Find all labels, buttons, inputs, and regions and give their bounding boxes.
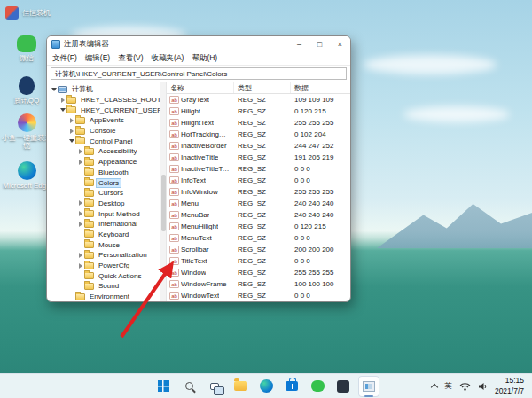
column-name[interactable]: 名称 <box>167 82 234 93</box>
chevron-down-icon[interactable] <box>59 108 66 112</box>
close-button[interactable]: × <box>330 36 350 52</box>
menu-item-3[interactable]: 收藏夹(A) <box>152 53 184 64</box>
table-row[interactable]: HilightTextREG_SZ255 255 255 <box>167 117 350 129</box>
table-row[interactable]: WindowTextREG_SZ0 0 0 <box>167 290 350 301</box>
menu-item-0[interactable]: 文件(F) <box>52 53 77 64</box>
menu-item-4[interactable]: 帮助(H) <box>192 53 217 64</box>
table-row[interactable]: InfoWindowREG_SZ255 255 255 <box>167 186 350 198</box>
wechat-button[interactable] <box>307 376 328 397</box>
clock[interactable]: 15:15 2021/7/7 <box>495 376 524 395</box>
desktop-icon-2[interactable]: 腾讯QQ <box>4 76 50 105</box>
table-row[interactable]: HotTrackingCo...REG_SZ0 102 204 <box>167 129 350 140</box>
file-explorer-button[interactable] <box>230 376 251 397</box>
table-row[interactable]: InfoTextREG_SZ0 0 0 <box>167 175 350 186</box>
value-data: 240 240 240 <box>291 211 350 219</box>
input-language-indicator[interactable]: 英 <box>444 381 452 392</box>
chevron-right-icon[interactable] <box>76 253 84 258</box>
table-row[interactable]: InactiveBorderREG_SZ244 247 252 <box>167 140 350 152</box>
chevron-right-icon[interactable] <box>67 118 75 123</box>
tree-item[interactable]: Mouse <box>47 239 160 250</box>
folder-icon <box>84 190 94 197</box>
table-row[interactable]: WindowFrameREG_SZ100 100 100 <box>167 278 350 290</box>
table-row[interactable]: HilightREG_SZ0 120 215 <box>167 105 350 117</box>
tree-item[interactable]: Desktop <box>47 199 160 209</box>
table-row[interactable]: ScrollbarREG_SZ200 200 200 <box>167 244 350 255</box>
chevron-right-icon[interactable] <box>67 129 75 134</box>
tree-item[interactable]: HKEY_CURRENT_USER <box>47 105 160 115</box>
maximize-button[interactable]: □ <box>309 36 330 52</box>
tree-scrollbar[interactable] <box>160 82 167 301</box>
value-data: 109 109 109 <box>291 96 350 104</box>
search-icon <box>185 382 193 390</box>
address-input[interactable]: 计算机\HKEY_CURRENT_USER\Control Panel\Colo… <box>51 67 347 80</box>
value-list: GrayTextREG_SZ109 109 109HilightREG_SZ0 … <box>167 94 350 301</box>
table-row[interactable]: MenuBarREG_SZ240 240 240 <box>167 209 350 221</box>
chevron-down-icon[interactable] <box>50 88 58 91</box>
chevron-right-icon[interactable] <box>76 149 84 154</box>
table-row[interactable]: InactiveTitleREG_SZ191 205 219 <box>167 152 350 163</box>
menu-item-2[interactable]: 查看(V) <box>118 53 143 64</box>
chevron-right-icon[interactable] <box>76 200 84 206</box>
desktop-icon-1[interactable]: 微信 <box>4 35 50 62</box>
tree-item[interactable]: Environment <box>47 292 160 301</box>
table-row[interactable]: GrayTextREG_SZ109 109 109 <box>167 94 350 105</box>
chevron-right-icon[interactable] <box>76 263 84 269</box>
volume-icon[interactable] <box>478 382 488 391</box>
tree-item[interactable]: AppEvents <box>47 115 160 126</box>
title-bar[interactable]: 注册表编辑器 – □ × <box>47 36 350 52</box>
tree-item[interactable]: HKEY_CLASSES_ROOT <box>47 95 160 105</box>
tree-item[interactable]: Bluetooth <box>47 168 160 178</box>
wifi-icon[interactable] <box>459 382 471 391</box>
value-name-cell: MenuHilight <box>167 222 234 230</box>
tree-item[interactable]: PowerCfg <box>47 261 160 271</box>
value-name: Hilight <box>181 107 200 115</box>
tray-overflow-chevron-icon[interactable] <box>431 383 438 390</box>
table-row[interactable]: WindowREG_SZ255 255 255 <box>167 267 350 278</box>
string-value-icon <box>169 107 179 115</box>
store-button[interactable] <box>281 376 302 397</box>
search-button[interactable] <box>178 376 200 397</box>
table-row[interactable]: MenuHilightREG_SZ0 120 215 <box>167 221 350 232</box>
tree-item[interactable]: Cursors <box>47 188 160 199</box>
tree-item[interactable]: Input Method <box>47 208 160 219</box>
tree-item[interactable]: Keyboard <box>47 230 160 240</box>
tree-item[interactable]: Colors <box>47 177 160 188</box>
tree-item[interactable]: Sound <box>47 281 160 292</box>
chevron-down-icon[interactable] <box>67 139 75 143</box>
folder-icon <box>75 128 85 135</box>
table-row[interactable]: TitleTextREG_SZ0 0 0 <box>167 255 350 267</box>
table-row[interactable]: InactiveTitleTextREG_SZ0 0 0 <box>167 163 350 175</box>
tray-time: 15:15 <box>495 376 524 386</box>
chevron-right-icon[interactable] <box>59 98 66 103</box>
desktop-icon-4[interactable]: Microsoft Edge <box>2 161 51 190</box>
registry-editor-button[interactable] <box>358 376 379 397</box>
tree-item[interactable]: International <box>47 219 160 230</box>
value-name: InfoWindow <box>181 188 218 196</box>
value-name-cell: GrayText <box>167 96 234 104</box>
chevron-right-icon[interactable] <box>76 222 84 227</box>
tree-item[interactable]: Appearance <box>47 157 160 168</box>
menu-item-1[interactable]: 编辑(E) <box>85 53 110 64</box>
desktop-icon-3[interactable]: 小鱼一键重装系统 <box>1 113 52 150</box>
tree-item[interactable]: 计算机 <box>47 84 160 95</box>
table-row[interactable]: MenuTextREG_SZ0 0 0 <box>167 232 350 244</box>
tree-item[interactable]: Accessibility <box>47 146 160 157</box>
edge-icon <box>260 379 273 393</box>
task-view-button[interactable] <box>204 376 225 397</box>
table-row[interactable]: MenuREG_SZ240 240 240 <box>167 198 350 209</box>
tree-item[interactable]: Personalization <box>47 250 160 261</box>
column-data[interactable]: 数据 <box>291 82 350 93</box>
tree-item[interactable]: Quick Actions <box>47 270 160 281</box>
app-button[interactable] <box>332 376 354 397</box>
edge-button[interactable] <box>255 376 277 397</box>
chevron-right-icon[interactable] <box>76 211 84 216</box>
tree-item-label: Accessibility <box>97 147 139 155</box>
tree-item[interactable]: Console <box>47 126 160 137</box>
chevron-right-icon[interactable] <box>76 160 84 165</box>
desktop-icon-0[interactable]: 佳恒装机 <box>5 6 51 20</box>
tree-item[interactable]: Control Panel <box>47 136 160 146</box>
start-button[interactable] <box>153 376 174 397</box>
scrollbar-thumb[interactable] <box>161 175 166 231</box>
column-type[interactable]: 类型 <box>234 82 291 93</box>
minimize-button[interactable]: – <box>289 36 309 52</box>
